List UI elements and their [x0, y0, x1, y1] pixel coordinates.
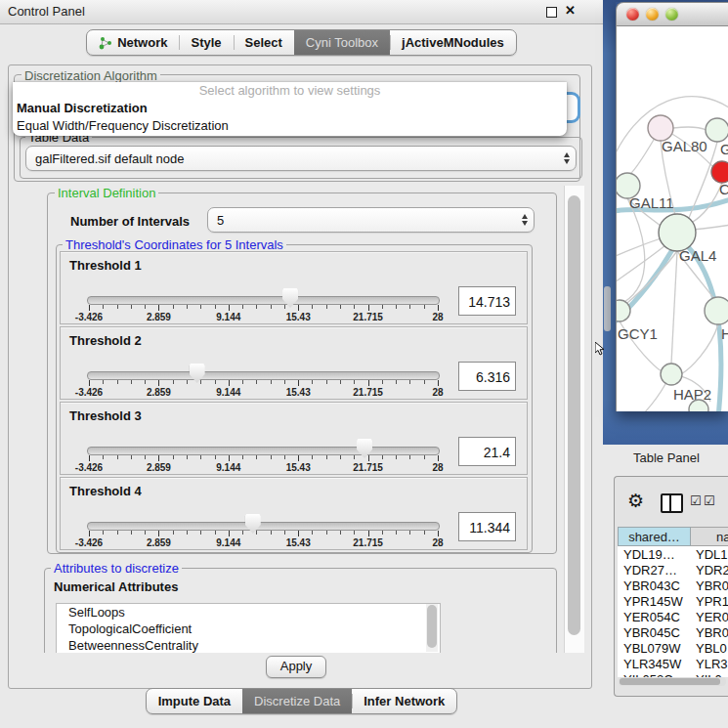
apply-button[interactable]: Apply	[266, 656, 326, 678]
threshold-value-field[interactable]: 6.316	[458, 362, 516, 391]
tab-impute-data[interactable]: Impute Data	[147, 689, 242, 713]
network-edge[interactable]	[681, 324, 718, 374]
tab-infer-network[interactable]: Infer Network	[352, 689, 456, 713]
network-node-top-right[interactable]	[706, 118, 728, 142]
threshold-value-field[interactable]: 14.713	[458, 286, 516, 316]
network-node-label: C	[719, 181, 728, 197]
algorithm-popup-prompt: Select algorithm to view settings	[13, 82, 567, 100]
node-attribute-table: shared… name YDL19…YDL1YDR27…YDR2YBR043C…	[618, 527, 728, 686]
threshold-ruler: -3.4262.8599.14415.4321.71528	[89, 305, 438, 322]
threshold-value-field[interactable]: 21.4	[458, 437, 516, 466]
network-edge[interactable]	[640, 384, 665, 411]
close-icon[interactable]: ✕	[565, 3, 576, 18]
number-of-intervals-label: Number of Intervals	[70, 214, 190, 229]
combo-stepper-icon	[558, 152, 576, 164]
checkbox-icon[interactable]: ☑	[704, 495, 715, 507]
tab-network[interactable]: Network	[87, 30, 179, 55]
network-node-gcy1[interactable]	[617, 300, 630, 321]
network-node-hap2[interactable]	[661, 364, 682, 385]
table-row[interactable]: YBL079WYBL0	[618, 641, 728, 657]
threshold-row: Threshold 2 -3.4262.8599.14415.4321.7152…	[60, 326, 528, 400]
tab-discretize-data[interactable]: Discretize Data	[242, 689, 352, 713]
network-edge[interactable]	[673, 127, 707, 130]
gear-icon[interactable]: ⚙	[627, 490, 644, 512]
thresholds-group-title: Threshold's Coordinates for 5 Intervals	[63, 237, 286, 252]
numerical-attributes-list[interactable]: SelfLoopsTopologicalCoefficientBetweenne…	[56, 603, 441, 653]
threshold-slider-track[interactable]	[87, 522, 440, 531]
table-row[interactable]: YPR145WYPR1	[618, 594, 728, 610]
threshold-label: Threshold 4	[69, 484, 142, 498]
interval-definition-title: Interval Definition	[55, 186, 158, 200]
network-icon	[99, 36, 112, 50]
network-node-gal4[interactable]	[659, 214, 696, 251]
threshold-value-field[interactable]: 11.344	[458, 512, 516, 541]
threshold-label: Threshold 2	[69, 333, 142, 348]
network-node-label: GCY1	[618, 325, 658, 342]
discretization-algorithm-title: Discretization Algorithm	[21, 68, 160, 83]
network-node-red-node[interactable]	[711, 161, 728, 183]
network-node-h-node[interactable]	[705, 297, 728, 324]
table-hscrollbar-thumb[interactable]	[620, 678, 720, 685]
table-row[interactable]: YBR045CYBR0	[618, 625, 728, 641]
attribute-list-item[interactable]: BetweennessCentrality	[57, 637, 440, 653]
network-node-label: GAL4	[679, 247, 716, 264]
attributes-list-scrollbar[interactable]	[426, 604, 438, 652]
table-data-combobox[interactable]: galFiltered.sif default node	[25, 146, 577, 171]
bottom-tabbar: Impute Data Discretize Data Infer Networ…	[0, 688, 603, 714]
settings-scrollbar-thumb[interactable]	[568, 195, 580, 635]
number-of-intervals-value: 5	[208, 213, 516, 228]
columns-icon[interactable]	[661, 493, 683, 513]
number-of-intervals-combobox[interactable]: 5	[207, 207, 535, 233]
table-data-combobox-value: galFiltered.sif default node	[26, 151, 558, 166]
tab-label: Network	[117, 35, 167, 50]
tab-jactivemnodules[interactable]: jActiveMNodules	[390, 30, 516, 55]
table-row[interactable]: YER054CYER0	[618, 610, 728, 625]
close-traffic-light-icon[interactable]	[626, 8, 639, 21]
tab-select[interactable]: Select	[234, 30, 294, 55]
table-body: YDL19…YDL1YDR27…YDR2YBR043CYBR0YPR145WYP…	[618, 546, 728, 677]
threshold-row: Threshold 3 -3.4262.8599.14415.4321.7152…	[60, 402, 528, 475]
network-edge[interactable]	[624, 198, 645, 302]
network-edge[interactable]	[695, 224, 728, 230]
threshold-row: Threshold 1 -3.4262.8599.14415.4321.7152…	[60, 251, 528, 324]
numerical-attributes-label: Numerical Attributes	[54, 579, 178, 594]
control-panel-titlebar: Control Panel ✕	[0, 0, 603, 24]
threshold-slider-track[interactable]	[87, 296, 440, 305]
float-window-icon[interactable]	[546, 7, 557, 18]
table-row[interactable]: YDL19…YDL1	[618, 547, 728, 563]
table-row[interactable]: YBR043CYBR0	[618, 578, 728, 594]
network-graph: GAL80GACGAL11GAL4GCY1HHAP2	[617, 26, 728, 411]
threshold-row: Threshold 4 -3.4262.8599.14415.4321.7152…	[60, 477, 528, 550]
attributes-group-title: Attributes to discretize	[51, 561, 182, 576]
table-row[interactable]: YDR27…YDR2	[618, 563, 728, 578]
threshold-slider-track[interactable]	[87, 371, 440, 380]
network-node-label: H	[721, 325, 728, 342]
algorithm-popup-item-manual[interactable]: Manual Discretization	[13, 100, 567, 117]
threshold-label: Threshold 3	[69, 408, 142, 423]
threshold-ruler: -3.4262.8599.14415.4321.71528	[89, 531, 438, 548]
attribute-list-item[interactable]: TopologicalCoefficient	[57, 621, 440, 637]
checkbox-icon[interactable]: ☑	[690, 495, 702, 507]
tab-cyni-toolbox[interactable]: Cyni Toolbox	[294, 30, 390, 55]
tab-label: Cyni Toolbox	[306, 35, 378, 50]
minimize-traffic-light-icon[interactable]	[646, 8, 659, 21]
column-header-name[interactable]: name	[691, 527, 728, 546]
zoom-traffic-light-icon[interactable]	[665, 8, 678, 21]
attribute-list-item[interactable]: SelfLoops	[57, 604, 440, 621]
table-row[interactable]: YLR345WYLR3	[618, 657, 728, 672]
network-node-label: GA	[720, 141, 728, 157]
algorithm-popup-item-equal-width[interactable]: Equal Width/Frequency Discretization	[13, 117, 567, 135]
panel-splitter-grip[interactable]	[604, 286, 611, 331]
tab-label: Select	[245, 35, 282, 50]
control-panel: Control Panel ✕ Network Style Select Cyn…	[0, 0, 603, 728]
algorithm-dropdown-popup: Select algorithm to view settings Manual…	[13, 82, 567, 136]
network-edge[interactable]	[671, 251, 677, 364]
table-panel-title: Table Panel	[633, 450, 700, 465]
tab-label: Impute Data	[158, 694, 231, 708]
top-tabbar: Network Style Select Cyni Toolbox jActiv…	[0, 29, 603, 56]
network-edge[interactable]	[617, 237, 664, 259]
column-header-shared-name[interactable]: shared…	[618, 527, 691, 546]
network-canvas[interactable]: GAL80GACGAL11GAL4GCY1HHAP2	[616, 26, 728, 411]
tab-style[interactable]: Style	[179, 30, 233, 55]
threshold-slider-track[interactable]	[87, 447, 440, 455]
